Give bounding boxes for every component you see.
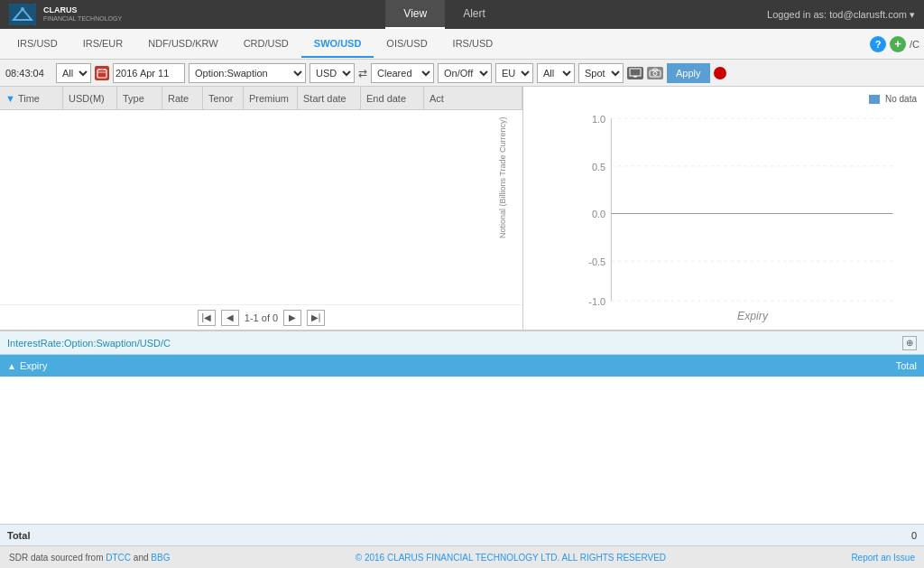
first-page-button[interactable]: |◀ <box>198 310 216 326</box>
svg-marker-11 <box>652 69 658 70</box>
lower-col-total: Total <box>896 360 917 371</box>
col-time: ▼ Time <box>0 87 63 109</box>
calendar-icon[interactable] <box>95 66 109 80</box>
onoff-dropdown[interactable]: On/Off On Off <box>438 63 492 83</box>
panel-title: InterestRate:Option:Swaption/USD/C <box>7 338 171 349</box>
col-type: Type <box>117 87 162 109</box>
table-header: ▼ Time USD(M) Type Rate Tenor Premium St… <box>0 87 522 110</box>
lower-table-body <box>0 377 924 524</box>
camera-icon[interactable] <box>647 67 663 79</box>
tab-view[interactable]: View <box>385 0 445 29</box>
tab-crd-usd[interactable]: CRD/USD <box>231 31 301 58</box>
tab-irs-usd-1[interactable]: IRS/USD <box>5 31 70 58</box>
all-filter-dropdown[interactable]: All <box>56 63 91 83</box>
filter-bar: 08:43:04 All Option:Swaption USD ⇄ Clear… <box>0 60 924 87</box>
upper-section: ▼ Time USD(M) Type Rate Tenor Premium St… <box>0 87 924 331</box>
col-act: Act <box>424 87 522 109</box>
page-footer: SDR data sourced from DTCC and BBG © 201… <box>0 545 924 568</box>
svg-text:0.5: 0.5 <box>592 162 605 172</box>
legend-color-box <box>869 95 880 104</box>
svg-text:0.0: 0.0 <box>592 209 605 219</box>
bbg-link[interactable]: BBG <box>151 553 170 563</box>
no-data-label: No data <box>885 94 917 104</box>
cleared-dropdown[interactable]: Cleared Uncleared All <box>371 63 434 83</box>
col-tenor: Tenor <box>203 87 244 109</box>
time-display: 08:43:04 <box>5 68 52 79</box>
col-end-date: End date <box>361 87 424 109</box>
pagination: |◀ ◀ 1-1 of 0 ▶ ▶| <box>0 304 522 330</box>
next-page-button[interactable]: ▶ <box>283 310 301 326</box>
monitor-icon[interactable] <box>627 67 643 79</box>
help-icon[interactable]: ? <box>870 36 886 52</box>
chart-svg: 1.0 0.5 0.0 -0.5 -1.0 Expiry <box>549 107 917 329</box>
y-axis-label: Notional (Billions Trade Currency) <box>498 222 507 238</box>
footer-copyright: © 2016 CLARUS FINANCIAL TECHNOLOGY LTD. … <box>356 553 666 563</box>
tab-overflow[interactable]: /C <box>910 39 919 50</box>
svg-text:-1.0: -1.0 <box>588 296 605 307</box>
add-tab-icon[interactable]: + <box>890 36 906 52</box>
tab-ndf-usd-krw[interactable]: NDF/USD/KRW <box>135 31 230 58</box>
lower-col-expiry: ▲ Expiry <box>7 360 47 371</box>
spot-dropdown[interactable]: Spot Forward <box>578 63 624 83</box>
svg-point-2 <box>21 7 24 11</box>
svg-text:Expiry: Expiry <box>737 310 769 322</box>
total-label: Total <box>7 530 30 541</box>
chart-area: Notional (Billions Trade Currency) 1.0 0… <box>531 107 917 353</box>
chart-panel: No data Notional (Billions Trade Currenc… <box>523 87 924 330</box>
tab-alert[interactable]: Alert <box>445 0 504 29</box>
tab-icons: ? + /C <box>870 36 919 52</box>
dtcc-link[interactable]: DTCC <box>106 553 131 563</box>
table-body <box>0 110 522 304</box>
last-page-button[interactable]: ▶| <box>307 310 325 326</box>
footer-source: SDR data sourced from DTCC and BBG <box>9 553 170 563</box>
date-input[interactable] <box>113 63 185 83</box>
view-alert-tabs: View Alert <box>385 0 503 29</box>
swap-icon[interactable]: ⇄ <box>358 67 367 79</box>
col-start-date: Start date <box>298 87 361 109</box>
col-premium: Premium <box>244 87 298 109</box>
svg-rect-8 <box>633 76 637 78</box>
svg-rect-3 <box>97 70 106 78</box>
lower-section: InterestRate:Option:Swaption/USD/C ⊕ ▲ E… <box>0 331 924 545</box>
user-info: Logged in as: tod@clarusft.com ▾ <box>767 9 915 21</box>
svg-text:1.0: 1.0 <box>592 114 605 125</box>
svg-text:-0.5: -0.5 <box>588 256 605 267</box>
prev-page-button[interactable]: ◀ <box>221 310 239 326</box>
col-rate: Rate <box>162 87 203 109</box>
lower-table-header: ▲ Expiry Total <box>0 355 924 377</box>
page-info: 1-1 of 0 <box>245 312 278 323</box>
stop-button[interactable] <box>714 67 726 79</box>
chart-legend: No data <box>531 94 917 104</box>
tab-irs-eur[interactable]: IRS/EUR <box>70 31 136 58</box>
trade-table-panel: ▼ Time USD(M) Type Rate Tenor Premium St… <box>0 87 523 330</box>
logo-area: CLARUS FINANCIAL TECHNOLOGY <box>9 4 122 25</box>
tab-swo-usd[interactable]: SWO/USD <box>301 31 374 58</box>
apply-button[interactable]: Apply <box>667 63 710 83</box>
footer-report[interactable]: Report an Issue <box>851 553 915 563</box>
total-value: 0 <box>911 530 917 541</box>
svg-rect-7 <box>630 69 641 76</box>
svg-point-10 <box>653 72 657 76</box>
product-dropdown[interactable]: Option:Swaption <box>189 63 306 83</box>
currency-dropdown[interactable]: USD <box>310 63 355 83</box>
logo-text: CLARUS FINANCIAL TECHNOLOGY <box>43 6 122 23</box>
eu-dropdown[interactable]: EU US All <box>495 63 533 83</box>
lower-footer: Total 0 <box>0 524 924 545</box>
instrument-tab-bar: IRS/USD IRS/EUR NDF/USD/KRW CRD/USD SWO/… <box>0 29 924 60</box>
top-navigation: CLARUS FINANCIAL TECHNOLOGY View Alert L… <box>0 0 924 29</box>
svg-rect-0 <box>9 4 36 25</box>
y-axis-label-container: Notional (Billions Trade Currency) <box>531 107 547 353</box>
tab-irs-usd-2[interactable]: IRS/USD <box>440 31 506 58</box>
clarus-logo <box>9 4 36 25</box>
tab-ois-usd[interactable]: OIS/USD <box>374 31 439 58</box>
col-usd: USD(M) <box>63 87 117 109</box>
all-dropdown-2[interactable]: All <box>537 63 575 83</box>
